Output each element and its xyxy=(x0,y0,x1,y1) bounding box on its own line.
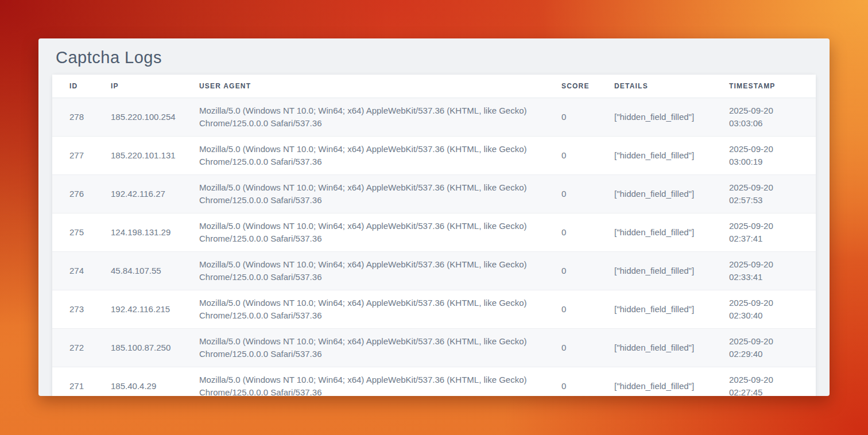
column-header-user-agent: USER AGENT xyxy=(199,75,561,98)
cell-user-agent: Mozilla/5.0 (Windows NT 10.0; Win64; x64… xyxy=(199,98,561,136)
table-row: 274 45.84.107.55 Mozilla/5.0 (Windows NT… xyxy=(52,251,816,290)
cell-score: 0 xyxy=(561,174,614,213)
cell-id: 274 xyxy=(52,251,111,290)
cell-user-agent: Mozilla/5.0 (Windows NT 10.0; Win64; x64… xyxy=(199,367,561,396)
cell-ip: 124.198.131.29 xyxy=(111,213,199,251)
logs-table: ID IP USER AGENT SCORE DETAILS TIMESTAMP… xyxy=(52,75,816,396)
cell-details: ["hidden_field_filled"] xyxy=(614,174,729,213)
cell-user-agent: Mozilla/5.0 (Windows NT 10.0; Win64; x64… xyxy=(199,136,561,174)
cell-score: 0 xyxy=(561,251,614,290)
cell-ip: 185.220.100.254 xyxy=(111,98,199,136)
cell-ip: 185.40.4.29 xyxy=(111,367,199,396)
cell-timestamp: 2025-09-20 02:27:45 xyxy=(729,367,816,396)
cell-score: 0 xyxy=(561,290,614,328)
cell-timestamp: 2025-09-20 02:30:40 xyxy=(729,290,816,328)
table-header: ID IP USER AGENT SCORE DETAILS TIMESTAMP xyxy=(52,75,816,98)
cell-id: 277 xyxy=(52,136,111,174)
cell-user-agent: Mozilla/5.0 (Windows NT 10.0; Win64; x64… xyxy=(199,328,561,367)
cell-id: 273 xyxy=(52,290,111,328)
cell-ip: 192.42.116.27 xyxy=(111,174,199,213)
cell-user-agent: Mozilla/5.0 (Windows NT 10.0; Win64; x64… xyxy=(199,174,561,213)
column-header-score: SCORE xyxy=(561,75,614,98)
cell-timestamp: 2025-09-20 02:33:41 xyxy=(729,251,816,290)
cell-details: ["hidden_field_filled"] xyxy=(614,290,729,328)
cell-ip: 185.100.87.250 xyxy=(111,328,199,367)
table-header-row: ID IP USER AGENT SCORE DETAILS TIMESTAMP xyxy=(52,75,816,98)
cell-ip: 45.84.107.55 xyxy=(111,251,199,290)
cell-timestamp: 2025-09-20 03:00:19 xyxy=(729,136,816,174)
table-row: 273 192.42.116.215 Mozilla/5.0 (Windows … xyxy=(52,290,816,328)
column-header-id: ID xyxy=(52,75,111,98)
cell-score: 0 xyxy=(561,136,614,174)
cell-details: ["hidden_field_filled"] xyxy=(614,251,729,290)
cell-details: ["hidden_field_filled"] xyxy=(614,328,729,367)
column-header-timestamp: TIMESTAMP xyxy=(729,75,816,98)
table-row: 277 185.220.101.131 Mozilla/5.0 (Windows… xyxy=(52,136,816,174)
cell-details: ["hidden_field_filled"] xyxy=(614,98,729,136)
cell-ip: 192.42.116.215 xyxy=(111,290,199,328)
cell-timestamp: 2025-09-20 02:29:40 xyxy=(729,328,816,367)
table-row: 271 185.40.4.29 Mozilla/5.0 (Windows NT … xyxy=(52,367,816,396)
cell-user-agent: Mozilla/5.0 (Windows NT 10.0; Win64; x64… xyxy=(199,290,561,328)
cell-user-agent: Mozilla/5.0 (Windows NT 10.0; Win64; x64… xyxy=(199,213,561,251)
cell-details: ["hidden_field_filled"] xyxy=(614,136,729,174)
column-header-details: DETAILS xyxy=(614,75,729,98)
cell-score: 0 xyxy=(561,98,614,136)
cell-ip: 185.220.101.131 xyxy=(111,136,199,174)
cell-score: 0 xyxy=(561,328,614,367)
cell-score: 0 xyxy=(561,213,614,251)
column-header-ip: IP xyxy=(111,75,199,98)
cell-timestamp: 2025-09-20 02:57:53 xyxy=(729,174,816,213)
cell-id: 278 xyxy=(52,98,111,136)
cell-id: 271 xyxy=(52,367,111,396)
cell-user-agent: Mozilla/5.0 (Windows NT 10.0; Win64; x64… xyxy=(199,251,561,290)
logs-table-grid: ID IP USER AGENT SCORE DETAILS TIMESTAMP… xyxy=(52,75,816,396)
cell-timestamp: 2025-09-20 03:03:06 xyxy=(729,98,816,136)
log-table-body: 278 185.220.100.254 Mozilla/5.0 (Windows… xyxy=(52,98,816,396)
cell-timestamp: 2025-09-20 02:37:41 xyxy=(729,213,816,251)
page-title: Captcha Logs xyxy=(52,48,816,67)
cell-details: ["hidden_field_filled"] xyxy=(614,213,729,251)
table-row: 272 185.100.87.250 Mozilla/5.0 (Windows … xyxy=(52,328,816,367)
cell-details: ["hidden_field_filled"] xyxy=(614,367,729,396)
table-row: 276 192.42.116.27 Mozilla/5.0 (Windows N… xyxy=(52,174,816,213)
table-row: 275 124.198.131.29 Mozilla/5.0 (Windows … xyxy=(52,213,816,251)
cell-id: 272 xyxy=(52,328,111,367)
table-row: 278 185.220.100.254 Mozilla/5.0 (Windows… xyxy=(52,98,816,136)
captcha-logs-card: Captcha Logs ID IP USER AGENT SCORE DETA… xyxy=(38,38,830,396)
cell-id: 275 xyxy=(52,213,111,251)
cell-id: 276 xyxy=(52,174,111,213)
cell-score: 0 xyxy=(561,367,614,396)
